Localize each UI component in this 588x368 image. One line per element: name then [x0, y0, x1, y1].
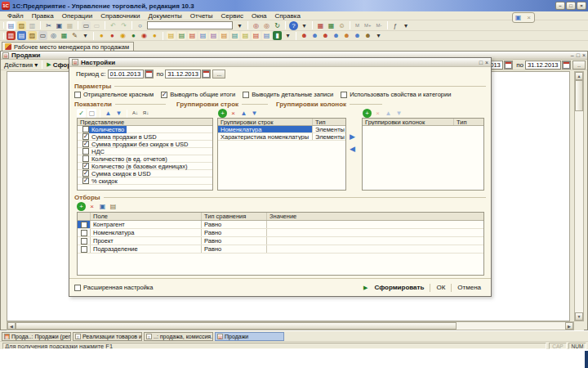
- menu-file[interactable]: Файл: [3, 12, 28, 20]
- money-4-icon[interactable]: ●: [129, 31, 138, 40]
- filter-row[interactable]: Подразделение Равно: [78, 245, 483, 254]
- help-dropdown-icon[interactable]: ▾: [300, 21, 309, 30]
- minimize-icon[interactable]: –: [555, 2, 565, 10]
- option-output-details[interactable]: Выводить детальные записи: [243, 91, 333, 98]
- docs-dropdown-icon[interactable]: ▾: [283, 31, 292, 40]
- cancel-button[interactable]: Отмена: [452, 284, 486, 291]
- doc-report-icon[interactable]: ▤: [230, 31, 239, 40]
- filter-checkbox[interactable]: [81, 230, 87, 236]
- move-to-columns-icon[interactable]: ▶: [350, 133, 355, 141]
- formula-icon[interactable]: ƒ: [391, 21, 400, 30]
- partner-5-icon[interactable]: ☻: [342, 31, 351, 40]
- doc-price-icon[interactable]: ▤: [262, 31, 271, 40]
- add-filter-icon[interactable]: +: [77, 202, 86, 211]
- money-5-icon[interactable]: ◉: [140, 31, 149, 40]
- period-to-field[interactable]: [165, 70, 201, 79]
- print-doc-icon[interactable]: ▭: [38, 31, 47, 40]
- menu-help[interactable]: Справка: [271, 12, 305, 20]
- scroll-thumb[interactable]: [575, 80, 583, 111]
- find-icon[interactable]: ○: [136, 21, 145, 30]
- open-report-icon[interactable]: ▨: [28, 31, 37, 40]
- close-panel-icon[interactable]: ×: [524, 13, 533, 22]
- close-icon[interactable]: ×: [485, 59, 488, 66]
- grouping-row[interactable]: Характеристика номенклатуры Элементы: [218, 133, 345, 141]
- doc-in-icon[interactable]: ▤: [167, 31, 176, 40]
- doc-order-icon[interactable]: ▤: [198, 31, 207, 40]
- sort-ascending-icon[interactable]: А↓: [131, 109, 140, 118]
- actions-button[interactable]: Действия ▾: [4, 61, 38, 69]
- copy-filter-icon[interactable]: ▣: [98, 202, 107, 211]
- doc-sales-icon[interactable]: ▤: [252, 31, 261, 40]
- find-previous-icon[interactable]: ◎: [262, 21, 271, 30]
- window-tab-sales-regions[interactable]: ▦ Прода..: Продажи (регионы): [2, 332, 71, 341]
- partner-1-icon[interactable]: ☻: [300, 31, 309, 40]
- doc-move-icon[interactable]: ▤: [188, 31, 197, 40]
- indicator-checkbox[interactable]: [82, 133, 89, 140]
- memory-icon[interactable]: M: [354, 21, 361, 30]
- column-header[interactable]: Тип сравнения: [202, 213, 267, 220]
- scroll-left-icon[interactable]: ◀: [7, 322, 16, 330]
- indicator-checkbox[interactable]: [82, 141, 89, 147]
- move-down-icon[interactable]: ▼: [114, 109, 123, 118]
- filter-row[interactable]: Номенклатура Равно: [78, 229, 483, 237]
- save-filter-icon[interactable]: ▤: [109, 202, 118, 211]
- money-6-icon[interactable]: ●: [150, 31, 159, 40]
- menu-service[interactable]: Сервис: [217, 12, 247, 20]
- memory-plus-icon[interactable]: M+: [363, 21, 373, 30]
- scroll-thumb[interactable]: [16, 322, 457, 330]
- window-panel-icon[interactable]: ▣: [514, 13, 523, 22]
- partner-7-icon[interactable]: ☻: [363, 31, 372, 40]
- option-use-properties[interactable]: Использовать свойства и категории: [341, 91, 451, 98]
- column-header[interactable]: Тип: [313, 119, 345, 125]
- checkbox[interactable]: [341, 92, 347, 98]
- period-from-field[interactable]: [108, 70, 144, 79]
- indicator-checkbox[interactable]: [82, 177, 89, 184]
- column-header[interactable]: Представление: [78, 119, 212, 125]
- delete-filter-icon[interactable]: ×: [87, 202, 96, 211]
- indicator-checkbox[interactable]: [82, 155, 89, 162]
- scroll-up-icon[interactable]: ▲: [575, 72, 583, 80]
- horizontal-scrollbar[interactable]: ◀ ▶: [7, 321, 574, 330]
- column-header[interactable]: Группировки строк: [218, 119, 313, 125]
- toolbar-grip[interactable]: [3, 33, 4, 39]
- calculator-icon[interactable]: ▦: [327, 21, 336, 30]
- sort-descending-icon[interactable]: Я↓: [141, 109, 150, 118]
- filter-checkbox[interactable]: [81, 238, 87, 245]
- advanced-settings-option[interactable]: Расширенная настройка: [74, 284, 153, 291]
- menu-catalogs[interactable]: Справочники: [96, 12, 144, 20]
- money-1-icon[interactable]: ●: [97, 31, 106, 40]
- move-up-icon[interactable]: ▲: [239, 109, 248, 118]
- money-2-icon[interactable]: ●: [108, 31, 117, 40]
- move-down-icon[interactable]: ▼: [250, 109, 259, 118]
- window-tab-commission[interactable]: ≡ ..: продажа, комиссия. Про...: [144, 332, 213, 341]
- add-row-grouping-icon[interactable]: +: [218, 109, 227, 118]
- menu-operations[interactable]: Операции: [58, 12, 96, 20]
- new-document-icon[interactable]: ▤: [7, 21, 16, 30]
- database-icon[interactable]: ▮: [273, 31, 282, 40]
- column-header[interactable]: Тип: [454, 119, 483, 125]
- indicator-checkbox[interactable]: [82, 170, 89, 177]
- filter-checkbox[interactable]: [81, 222, 87, 228]
- partners-dropdown-icon[interactable]: ▾: [374, 31, 383, 40]
- indicator-checkbox[interactable]: [82, 163, 89, 169]
- column-header[interactable]: Значение: [267, 213, 483, 220]
- toolbar-grip[interactable]: [3, 22, 4, 29]
- window-tab-sales[interactable]: ▤ Продажи: [215, 332, 284, 341]
- doc-invoice-icon[interactable]: ▤: [209, 31, 218, 40]
- open-folder-icon[interactable]: ▨: [17, 21, 26, 30]
- menu-windows[interactable]: Окна: [247, 12, 271, 20]
- calendar-icon[interactable]: ▦: [316, 21, 325, 30]
- maximize-icon[interactable]: □: [479, 59, 483, 66]
- edit-doc-icon[interactable]: ✎: [70, 31, 79, 40]
- uncheck-all-icon[interactable]: ▢: [87, 109, 96, 118]
- maximize-icon[interactable]: □: [566, 2, 576, 10]
- calendar-icon[interactable]: [504, 61, 513, 70]
- grouping-row[interactable]: Номенклатура Элементы: [218, 126, 345, 133]
- window-tab-realization[interactable]: ≡ Реализации товаров и услуг: [73, 332, 142, 341]
- calendar-icon[interactable]: [145, 70, 154, 79]
- scroll-right-icon[interactable]: ▶: [565, 322, 573, 330]
- more-dropdown-icon[interactable]: ▾: [402, 21, 411, 30]
- close-icon[interactable]: ×: [577, 2, 586, 10]
- help-icon[interactable]: ?: [289, 21, 298, 30]
- filter-checkbox[interactable]: [81, 246, 87, 253]
